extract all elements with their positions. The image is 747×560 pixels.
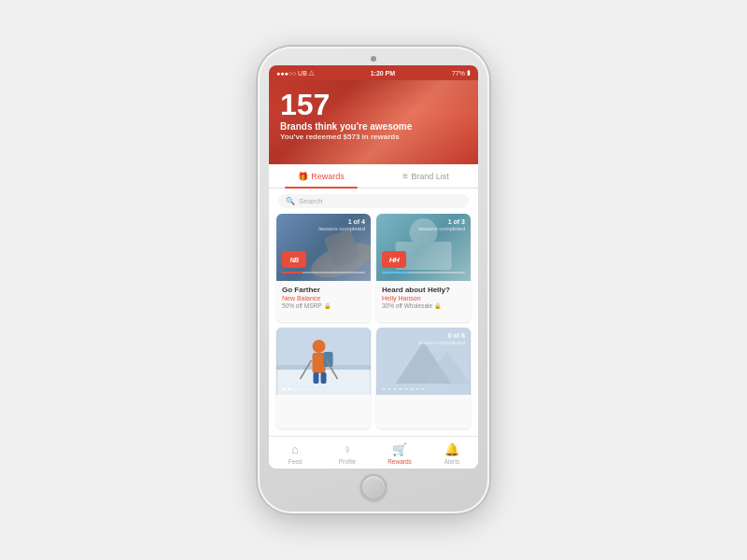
card-fourth-progress-label: 0 of 8 lessons completed	[418, 332, 465, 347]
nb-lessons-label: lessons completed	[318, 226, 365, 232]
card-nb-info: Go Farther New Balance 50% off MSRP 🔒	[276, 281, 371, 314]
hh-lessons-label: lessons completed	[418, 226, 465, 232]
fourth-dot-3	[393, 388, 397, 390]
hero-section: 157 Brands think you're awesome You've r…	[269, 80, 478, 164]
alerts-icon: 🔔	[444, 442, 459, 456]
fourth-progress-dots	[382, 388, 465, 390]
card-helly-hansen[interactable]: 1 of 3 lessons completed HH Heard about …	[376, 214, 471, 322]
hh-logo: HH	[382, 251, 406, 268]
search-input-wrap[interactable]: 🔍 Search	[278, 194, 469, 208]
nav-feed[interactable]: ⌂ Feed	[269, 442, 321, 465]
profile-label: Profile	[339, 458, 356, 465]
home-button[interactable]	[360, 474, 387, 500]
search-bar: 🔍 Search	[269, 189, 478, 214]
rewards-nav-icon: 🛒	[392, 442, 407, 456]
nb-discount-text: 50% off MSRP	[282, 302, 322, 309]
fourth-dot-6	[410, 388, 414, 390]
card-nb-progress-fill	[282, 272, 303, 273]
card-new-balance[interactable]: 1 of 4 lessons completed NB Go Farther N…	[276, 214, 371, 322]
hh-logo-text: HH	[389, 256, 400, 264]
phone-screen: ●●●○○ UB △ 1:20 PM 77% ▮ 157 Brands thin…	[269, 65, 478, 469]
card-ski-background	[276, 328, 371, 395]
card-hh-info: Heard about Helly? Helly Hanson 30% off …	[376, 281, 471, 314]
nb-logo-text: NB	[289, 257, 298, 263]
card-hh-discount: 30% off Wholesale 🔒	[382, 302, 465, 309]
status-left: ●●●○○ UB △	[276, 69, 314, 77]
card-nb-progress-bar	[282, 272, 365, 273]
brand-list-tab-label: Brand List	[411, 172, 449, 181]
redeemed-amount: $573	[344, 133, 360, 141]
nb-lock-icon: 🔒	[324, 302, 331, 309]
redeemed-prefix: You've redeemed	[280, 133, 344, 141]
fourth-dot-2	[388, 388, 391, 390]
card-nb-progress-label: 1 of 4 lessons completed	[318, 218, 365, 233]
phone-speaker	[371, 56, 376, 62]
carrier-text: ●●●○○ UB	[276, 70, 307, 77]
search-icon: 🔍	[286, 197, 295, 205]
phone-shell: ●●●○○ UB △ 1:20 PM 77% ▮ 157 Brands thin…	[258, 47, 489, 513]
fourth-dot-1	[382, 388, 386, 390]
tabs-bar: 🎁 Rewards ≡ Brand List	[269, 164, 478, 189]
rewards-nav-label: Rewards	[388, 458, 412, 465]
feed-label: Feed	[289, 458, 303, 465]
nav-profile[interactable]: ♀ Profile	[321, 442, 374, 465]
svg-rect-11	[321, 372, 327, 384]
profile-icon: ♀	[343, 442, 352, 456]
dot-4	[299, 388, 303, 390]
bottom-nav: ⌂ Feed ♀ Profile 🛒 Rewards 🔔 Alerts	[269, 436, 478, 469]
rewards-tab-label: Rewards	[311, 172, 345, 181]
hero-redeemed: You've redeemed $573 in rewards	[280, 133, 467, 141]
battery-percent: 77%	[452, 70, 465, 77]
dot-3	[293, 388, 297, 390]
search-placeholder: Search	[299, 197, 322, 205]
svg-point-7	[313, 340, 326, 353]
fourth-fraction: 0 of 8	[418, 332, 465, 340]
card-fourth-info	[376, 395, 471, 421]
card-ski[interactable]	[276, 328, 371, 429]
hh-lock-icon: 🔒	[434, 302, 441, 309]
card-nb-image: 1 of 4 lessons completed NB	[276, 214, 371, 281]
nav-alerts[interactable]: 🔔 Alerts	[426, 442, 478, 465]
wifi-icon: △	[309, 69, 314, 77]
cards-grid: 1 of 4 lessons completed NB Go Farther N…	[269, 214, 478, 436]
redeemed-suffix: in rewards	[359, 133, 399, 141]
nb-fraction: 1 of 4	[318, 218, 365, 226]
battery-icon: ▮	[467, 69, 471, 77]
card-hh-progress-label: 1 of 3 lessons completed	[418, 218, 465, 233]
card-hh-progress-bar	[382, 272, 465, 273]
card-nb-brand: New Balance	[282, 295, 365, 301]
card-fourth-image: 0 of 8 lessons completed	[376, 328, 471, 395]
fourth-dot-4	[399, 388, 402, 390]
card-ski-brand	[282, 409, 365, 415]
card-hh-progress-fill	[382, 272, 409, 273]
nav-rewards[interactable]: 🛒 Rewards	[374, 442, 426, 465]
fourth-lessons-label: lessons completed	[418, 340, 465, 346]
brand-list-tab-icon: ≡	[402, 171, 408, 181]
svg-rect-10	[314, 372, 319, 384]
reward-count: 157	[280, 90, 467, 119]
card-fourth[interactable]: 0 of 8 lessons completed	[376, 328, 471, 429]
svg-rect-8	[313, 353, 326, 373]
card-hh-brand: Helly Hanson	[382, 295, 465, 301]
dot-5	[304, 388, 308, 390]
hh-fraction: 1 of 3	[418, 218, 465, 226]
hero-subtitle: Brands think you're awesome	[280, 121, 467, 132]
hh-discount-text: 30% off Wholesale	[382, 302, 432, 309]
status-bar: ●●●○○ UB △ 1:20 PM 77% ▮	[269, 65, 478, 80]
fourth-dot-8	[421, 388, 425, 390]
tab-rewards[interactable]: 🎁 Rewards	[269, 164, 374, 188]
card-ski-info	[276, 395, 371, 421]
rewards-tab-icon: 🎁	[298, 172, 308, 181]
fourth-dot-7	[416, 388, 419, 390]
card-ski-title	[282, 399, 365, 408]
dot-2	[288, 388, 291, 390]
card-ski-image	[276, 328, 371, 395]
time-display: 1:20 PM	[371, 70, 395, 77]
card-nb-title: Go Farther	[282, 286, 365, 294]
card-hh-image: 1 of 3 lessons completed HH	[376, 214, 471, 281]
ski-progress-dots	[282, 388, 365, 390]
status-right: 77% ▮	[452, 69, 471, 77]
tab-brand-list[interactable]: ≡ Brand List	[374, 164, 478, 188]
hero-content: 157 Brands think you're awesome You've r…	[280, 90, 467, 141]
fourth-dot-5	[404, 388, 408, 390]
